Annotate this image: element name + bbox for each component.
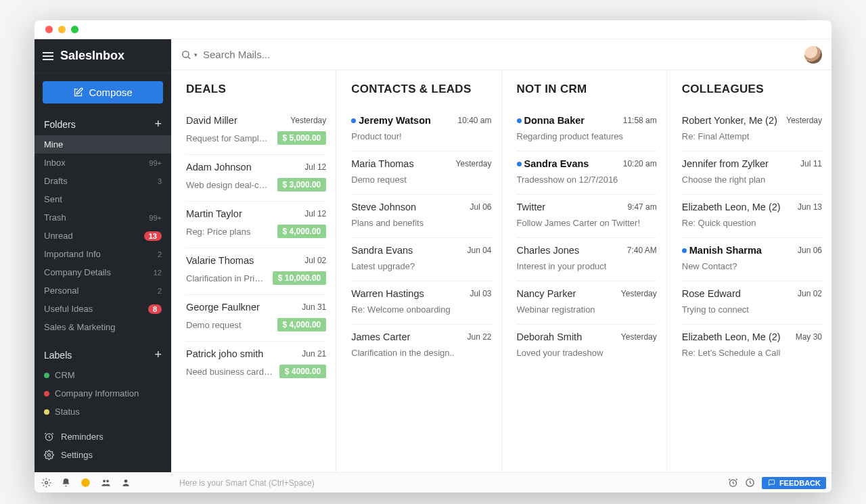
bell-icon[interactable]: [61, 478, 71, 488]
sidebar-folder[interactable]: Personal2: [35, 281, 171, 300]
column-title: DEALS: [186, 83, 326, 96]
sidebar-label[interactable]: Status: [35, 403, 171, 421]
folder-label: Importand Info: [44, 249, 101, 259]
sidebar-folder[interactable]: Inbox99+: [35, 154, 171, 172]
user-avatar[interactable]: [804, 46, 822, 64]
unread-badge: 13: [144, 231, 162, 241]
mail-card[interactable]: Sandra Evans10:20 amTradesshow on 12/7/2…: [517, 152, 657, 195]
window-maximize-icon[interactable]: [71, 26, 78, 33]
compose-button[interactable]: Compose: [43, 81, 163, 104]
folder-label: Company Details: [44, 267, 111, 277]
mail-card[interactable]: Sandra EvansJun 04Latest upgrade?: [351, 238, 491, 281]
add-label-button[interactable]: +: [154, 348, 162, 362]
mail-column: COLLEAGUESRobert Yonker, Me (2)Yesterday…: [667, 70, 831, 472]
sidebar-folder[interactable]: Unread13: [35, 227, 171, 245]
mail-card[interactable]: David MillerYesterdayRequest for Sample …: [186, 108, 326, 155]
mail-card[interactable]: Twitter9:47 amFollow James Carter on Twi…: [517, 195, 657, 238]
sidebar-folder[interactable]: Drafts3: [35, 172, 171, 190]
mail-subject: Clarification in the design..: [351, 348, 491, 358]
sidebar-label[interactable]: Company Information: [35, 384, 171, 403]
mail-card[interactable]: Elizabeth Leon, Me (2)Jun 13Re: Quick qu…: [682, 195, 822, 238]
mail-sender: Jennifer from Zylker: [682, 158, 769, 169]
mail-card[interactable]: Jeremy Watson10:40 amProduct tour!: [351, 108, 491, 152]
mail-card[interactable]: Adam JohnsonJul 12Web design deal-confir…: [186, 155, 326, 202]
sidebar-folder[interactable]: Company Details12: [35, 263, 171, 281]
main-area: ▾ DEALSDavid MillerYesterdayRequest for …: [171, 39, 831, 472]
search-dropdown-icon[interactable]: ▾: [194, 51, 198, 58]
mail-time: 11:58 am: [623, 116, 657, 125]
folder-count: 12: [154, 269, 162, 277]
mail-subject: Reg: Price plans: [186, 227, 272, 237]
deal-amount: $ 10,000.00: [273, 271, 326, 285]
mail-card[interactable]: Maria ThomasYesterdayDemo request: [351, 152, 491, 195]
mail-card[interactable]: James CarterJun 22Clarification in the d…: [351, 325, 491, 367]
mail-time: Jun 04: [467, 246, 491, 255]
mail-subject: Re: Let's Schedule a Call: [682, 348, 822, 358]
mail-sender: Patrick joho smith: [186, 348, 263, 359]
mail-time: 10:20 am: [623, 159, 657, 168]
mail-subject: Product tour!: [351, 131, 491, 141]
mail-card[interactable]: Manish SharmaJun 06New Contact?: [682, 238, 822, 281]
window-minimize-icon[interactable]: [58, 26, 66, 33]
mail-time: 9:47 am: [627, 202, 656, 212]
add-folder-button[interactable]: +: [154, 117, 162, 131]
mail-sender: Maria Thomas: [351, 158, 413, 169]
mail-sender: James Carter: [351, 331, 410, 342]
mail-column: NOT IN CRMDonna Baker11:58 amRegarding p…: [502, 70, 667, 472]
smiley-icon[interactable]: [81, 478, 91, 488]
mail-card[interactable]: Elizabeth Leon, Me (2)May 30Re: Let's Sc…: [682, 325, 822, 367]
mail-sender: Rose Edward: [682, 288, 741, 299]
sidebar-folder[interactable]: Useful Ideas8: [35, 300, 171, 318]
alarm-small-icon[interactable]: [728, 478, 738, 488]
mail-card[interactable]: Valarie ThomasJul 02Clarification in Pri…: [186, 248, 326, 295]
mail-card[interactable]: George FaulknerJun 31Demo request$ 4,000…: [186, 295, 326, 342]
svg-point-4: [81, 478, 90, 487]
gear-icon: [44, 450, 54, 460]
mail-card[interactable]: Jennifer from ZylkerJul 11Choose the rig…: [682, 152, 822, 195]
app-brand: SalesInbox: [60, 49, 124, 63]
history-icon[interactable]: [745, 478, 755, 488]
sidebar-folder[interactable]: Importand Info2: [35, 245, 171, 263]
gear-small-icon[interactable]: [41, 478, 51, 488]
mail-time: Yesterday: [290, 116, 326, 125]
mail-card[interactable]: Rose EdwardJun 02Trying to connect: [682, 281, 822, 325]
mail-sender: Elizabeth Leon, Me (2): [682, 202, 781, 212]
window-close-icon[interactable]: [45, 26, 53, 33]
mail-card[interactable]: Donna Baker11:58 amRegarding product fea…: [517, 108, 657, 152]
mail-card[interactable]: Martin TaylorJul 12Reg: Price plans$ 4,0…: [186, 202, 326, 248]
sidebar-folder[interactable]: Sales & Marketing: [35, 318, 171, 336]
person-icon[interactable]: [121, 478, 131, 488]
mail-card[interactable]: Patrick joho smithJun 21Need business ca…: [186, 342, 326, 388]
mail-sender: Jeremy Watson: [359, 115, 431, 126]
feedback-button[interactable]: FEEDBACK: [762, 477, 826, 489]
alarm-icon: [44, 432, 54, 442]
mail-subject: Web design deal-confirma...: [186, 180, 272, 190]
smart-chat-hint[interactable]: Here is your Smart Chat (Ctrl+Space): [171, 478, 728, 488]
label-color-icon: [44, 391, 49, 396]
unread-dot-icon: [517, 162, 522, 166]
menu-icon[interactable]: [43, 52, 53, 60]
mail-card[interactable]: Nancy ParkerYesterdayWebinar registratio…: [517, 281, 657, 325]
sidebar-folder[interactable]: Trash99+: [35, 208, 171, 227]
search-input[interactable]: [203, 49, 799, 60]
sidebar-folder[interactable]: Sent: [35, 190, 171, 208]
mail-time: Jun 06: [798, 246, 822, 255]
search-icon[interactable]: [181, 49, 191, 60]
folder-label: Sales & Marketing: [44, 322, 116, 332]
mail-card[interactable]: Warren HastingsJul 03Re: Welcome onboard…: [351, 281, 491, 325]
sidebar-folder[interactable]: Mine: [35, 135, 171, 154]
mail-subject: Re: Final Attempt: [682, 131, 822, 141]
labels-heading: Labels +: [35, 344, 171, 366]
sidebar-label[interactable]: CRM: [35, 366, 171, 384]
mail-subject: Interest in your product: [517, 261, 657, 271]
mail-time: Jun 02: [798, 289, 822, 298]
mail-card[interactable]: Charles Jones7:40 AMInterest in your pro…: [517, 238, 657, 281]
mail-card[interactable]: Steve JohnsonJul 06Plans and benefits: [351, 195, 491, 238]
mail-card[interactable]: Robert Yonker, Me (2)YesterdayRe: Final …: [682, 108, 822, 152]
mail-card[interactable]: Deborah SmithYesterdayLoved your tradesh…: [517, 325, 657, 367]
mail-column: CONTACTS & LEADSJeremy Watson10:40 amPro…: [336, 70, 501, 472]
folder-label: Inbox: [44, 158, 66, 168]
group-icon[interactable]: [100, 478, 112, 488]
reminders-link[interactable]: Reminders: [44, 428, 162, 446]
settings-link[interactable]: Settings: [44, 446, 162, 464]
